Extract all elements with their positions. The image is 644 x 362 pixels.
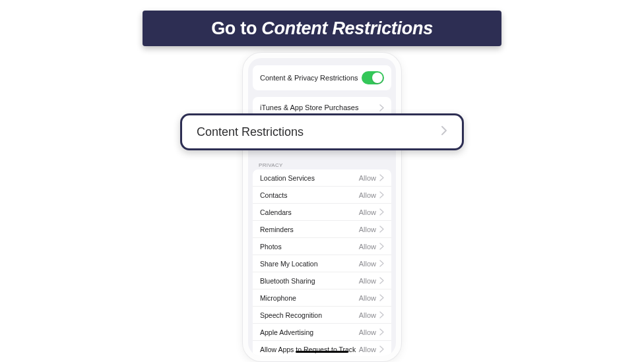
row-label: iTunes & App Store Purchases (260, 104, 358, 111)
chevron-right-icon (379, 346, 384, 353)
privacy-section-header: PRIVACY (248, 160, 396, 169)
row-label: Location Services (260, 174, 315, 182)
content-privacy-restrictions-row[interactable]: Content & Privacy Restrictions (253, 65, 391, 90)
row-label: Apple Advertising (260, 328, 313, 336)
list-item[interactable]: Allow Apps to Request to Track Allow (253, 341, 391, 356)
row-value: Allow (359, 174, 376, 182)
list-item[interactable]: Apple Advertising Allow (253, 324, 391, 341)
row-label: Reminders (260, 226, 294, 233)
home-indicator (296, 351, 348, 353)
chevron-right-icon (379, 208, 384, 216)
row-value: Allow (359, 294, 376, 302)
list-item[interactable]: Contacts Allow (253, 187, 391, 204)
chevron-right-icon (379, 174, 384, 181)
list-item[interactable]: Calendars Allow (253, 204, 391, 221)
list-item[interactable]: Location Services Allow (253, 169, 391, 187)
list-item[interactable]: Share My Location Allow (253, 255, 391, 272)
phone-screen: Content & Privacy Restrictions iTunes & … (248, 58, 396, 356)
toggle-label: Content & Privacy Restrictions (260, 74, 358, 82)
toggle-switch[interactable] (362, 71, 384, 84)
row-label: Microphone (260, 294, 296, 302)
banner-emphasis: Content Restrictions (261, 18, 433, 38)
chevron-right-icon (379, 277, 384, 284)
row-label: Contacts (260, 191, 287, 199)
chevron-right-icon (379, 311, 384, 318)
row-label: Speech Recognition (260, 311, 322, 319)
row-value: Allow (359, 311, 376, 319)
row-value: Allow (359, 328, 376, 336)
list-item[interactable]: Speech Recognition Allow (253, 307, 391, 324)
row-value: Allow (359, 226, 376, 233)
banner-text: Go to Content Restrictions (211, 18, 433, 39)
chevron-right-icon (379, 104, 384, 111)
phone-frame: Content & Privacy Restrictions iTunes & … (243, 53, 401, 361)
row-value: Allow (359, 346, 376, 353)
row-label: Calendars (260, 208, 292, 216)
banner-prefix: Go to (211, 18, 261, 38)
instruction-banner: Go to Content Restrictions (143, 11, 501, 46)
chevron-right-icon (441, 125, 447, 138)
row-value: Allow (359, 243, 376, 251)
list-item[interactable]: Photos Allow (253, 238, 391, 255)
toggle-card: Content & Privacy Restrictions (253, 65, 391, 90)
chevron-right-icon (379, 260, 384, 267)
privacy-list: Location Services Allow Contacts Allow C… (253, 169, 391, 356)
row-value: Allow (359, 277, 376, 285)
chevron-right-icon (379, 243, 384, 250)
row-value: Allow (359, 260, 376, 268)
chevron-right-icon (379, 226, 384, 233)
row-label: Share My Location (260, 260, 318, 268)
list-item[interactable]: Reminders Allow (253, 221, 391, 238)
row-label: Photos (260, 243, 282, 251)
row-value: Allow (359, 208, 376, 216)
chevron-right-icon (379, 328, 384, 336)
list-item[interactable]: Microphone Allow (253, 289, 391, 307)
chevron-right-icon (379, 191, 384, 198)
list-item[interactable]: Bluetooth Sharing Allow (253, 272, 391, 289)
chevron-right-icon (379, 294, 384, 301)
row-label: Bluetooth Sharing (260, 277, 315, 285)
content-restrictions-highlight-row[interactable]: Content Restrictions (180, 113, 464, 150)
highlight-label: Content Restrictions (197, 125, 304, 139)
row-value: Allow (359, 191, 376, 199)
